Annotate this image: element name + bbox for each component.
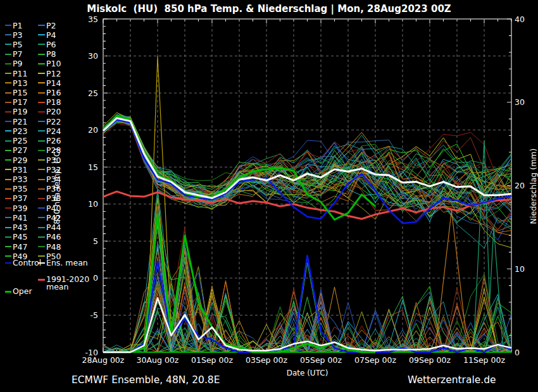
y-left-tick-label: 5 [72, 236, 98, 246]
y-left-tick-label: -5 [72, 310, 98, 320]
notable-precip-spike [435, 211, 473, 352]
x-tick-label: 05Sep 00z [294, 355, 348, 365]
member-precip-line-P43 [103, 221, 511, 352]
y-right-tick-label: 20 [515, 181, 538, 190]
footer-model-info: ECMWF Ensemble, 48N, 20.8E [72, 374, 220, 386]
x-tick-label: 30Aug 00z [130, 355, 185, 365]
y-left-tick-label: 15 [72, 162, 98, 172]
y-right-tick-label: 30 [515, 97, 538, 107]
member-temp-line-P43 [103, 119, 511, 222]
y-left-tick-label: 25 [72, 89, 98, 98]
chart-canvas: Miskolc (HU) 850 hPa Temp. & Niederschla… [0, 0, 538, 392]
x-tick-label: 01Sep 00z [185, 355, 239, 365]
y-left-tick-label: 30 [72, 51, 98, 61]
y-left-tick-label: 35 [72, 15, 98, 24]
y-left-tick-label: 0 [72, 273, 98, 283]
y-right-tick-label: 10 [515, 264, 538, 274]
y-right-tick-label: 40 [515, 15, 538, 24]
footer-branding: Wetterzentrale.de [408, 374, 496, 386]
x-tick-label: 11Sep 00z [457, 355, 511, 365]
y-left-tick-label: -10 [72, 348, 98, 357]
x-tick-label: 03Sep 00z [239, 355, 294, 365]
x-tick-label: 07Sep 00z [348, 355, 403, 365]
y-right-tick-label: 0 [515, 348, 538, 357]
y-left-tick-label: 10 [72, 199, 98, 209]
left-axis-label: 850 hPa Temp. (°C) [52, 101, 61, 272]
y-left-tick-label: 20 [72, 125, 98, 135]
member-temp-line-P37 [103, 119, 511, 221]
x-tick-label: 09Sep 00z [403, 355, 457, 365]
